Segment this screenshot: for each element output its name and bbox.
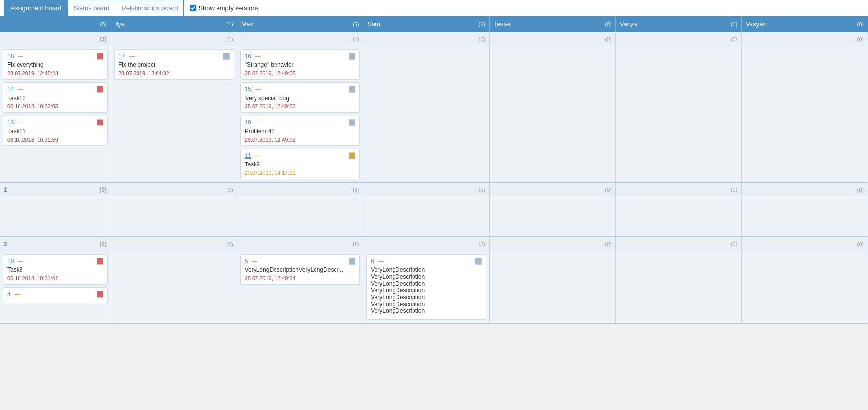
card-dash-icon: —	[16, 53, 23, 60]
card-color-indicator	[97, 291, 103, 298]
card-date: 28.07.2019, 12:49:03	[245, 103, 356, 109]
cards-cell-2-5	[616, 251, 742, 323]
version-cell-header-2-4: (0)	[490, 237, 616, 251]
version-cell-header-none-6: (0)	[742, 32, 868, 46]
col-header-max-count: (5)	[353, 21, 359, 27]
cards-cell-2-0: 10—Task806.10.2018, 10:31:414—	[0, 251, 111, 323]
version-count: (0)	[99, 186, 107, 193]
version-header-row-1: 1(0)(0)(0)(0)(0)(0)(0)	[0, 183, 868, 197]
cards-cell-2-4	[490, 251, 616, 323]
card-id[interactable]: 19	[245, 119, 251, 126]
task-card[interactable]: 14—Task1206.10.2018, 10:32:05	[3, 82, 108, 113]
col-header-sam: Sam (6)	[363, 16, 490, 32]
card-dash-icon: —	[16, 119, 23, 126]
card-dash-icon: —	[13, 291, 20, 298]
card-id[interactable]: 18	[7, 53, 14, 60]
version-cell-header-2-1: (0)	[111, 237, 237, 251]
task-card[interactable]: 5—VeryLongDescriptionVeryLongDescr...28.…	[240, 254, 360, 285]
card-id[interactable]: 13	[7, 119, 14, 126]
version-cell-header-none-3: (0)	[363, 32, 490, 46]
col-header-unassigned: (5)	[0, 16, 111, 32]
tab-assignment[interactable]: Assignment board	[4, 0, 67, 16]
card-id[interactable]: 4	[7, 291, 11, 298]
card-title: "Strange" behavior	[245, 62, 356, 68]
version-cell-count: (6)	[479, 241, 485, 247]
version-cell-count: (4)	[353, 36, 359, 42]
task-card[interactable]: 6—VeryLongDescription VeryLongDescriptio…	[366, 254, 486, 320]
card-id[interactable]: 6	[371, 258, 374, 265]
card-title: Fix everything	[7, 62, 103, 68]
task-card[interactable]: 10—Task806.10.2018, 10:31:41	[3, 254, 108, 285]
version-cell-count: (1)	[353, 241, 359, 247]
version-cell-header-1-6: (0)	[742, 183, 868, 197]
card-date: 28.07.2019, 12:49:24	[245, 275, 356, 281]
version-label[interactable]: 1	[4, 186, 7, 193]
card-dash-icon: —	[253, 152, 261, 159]
card-id[interactable]: 15	[245, 86, 251, 93]
card-top: 17—	[118, 53, 230, 60]
task-card[interactable]: 15—'very special' bug28.07.2019, 12:49:0…	[240, 82, 360, 113]
card-title: Task8	[7, 266, 103, 273]
cards-cell-2-1	[111, 251, 237, 323]
card-top: 19—	[245, 119, 356, 126]
task-card[interactable]: 17—Fix the project28.07.2019, 13:04:32	[114, 49, 234, 80]
version-cell-count: (0)	[479, 36, 485, 42]
tab-relationships[interactable]: Relationships board	[116, 0, 184, 16]
card-id[interactable]: 5	[245, 258, 248, 265]
show-empty-toggle[interactable]: Show empty versions	[190, 4, 259, 12]
card-id[interactable]: 10	[7, 258, 14, 265]
task-card[interactable]: 13—Task1106.10.2018, 10:31:59	[3, 116, 108, 146]
card-top: 10—	[7, 258, 103, 265]
card-color-indicator	[349, 53, 355, 60]
card-dash-icon: —	[253, 86, 261, 93]
card-title: Task12	[7, 95, 103, 102]
card-top: 14—	[7, 86, 103, 93]
version-cell-count: (0)	[857, 241, 864, 247]
card-title: 'very special' bug	[245, 95, 356, 102]
card-title: Task11	[7, 128, 103, 135]
version-cell-header-1-5: (0)	[616, 183, 742, 197]
show-empty-checkbox[interactable]	[190, 5, 196, 11]
task-card[interactable]: 19—Problem 4228.07.2019, 12:49:02	[240, 116, 360, 146]
version-section-1: 1(0)(0)(0)(0)(0)(0)(0)	[0, 183, 868, 237]
version-cell-count: (0)	[605, 36, 611, 42]
cards-cell-1-0	[0, 197, 111, 236]
col-header-unassigned-count: (5)	[100, 21, 107, 27]
card-date: 28.07.2019, 13:04:32	[118, 70, 230, 76]
cards-cell-none-5	[616, 46, 742, 182]
col-header-tester-label: Tester	[493, 20, 511, 28]
col-header-vasyan-count: (0)	[857, 21, 864, 27]
task-card[interactable]: 18—Fix everything28.07.2019, 12:48:23	[3, 49, 108, 80]
cards-cell-1-4	[490, 197, 616, 236]
task-card[interactable]: 16—"Strange" behavior28.07.2019, 12:49:0…	[240, 49, 360, 80]
version-cell-header-1-4: (0)	[490, 183, 616, 197]
card-top: 18—	[7, 53, 103, 60]
version-cell-header-none-4: (0)	[490, 32, 616, 46]
version-cell-count: (0)	[226, 241, 233, 247]
card-color-indicator	[349, 152, 355, 159]
col-header-vasyan-label: Vasyan	[746, 20, 766, 28]
version-cell-header-none-2: (4)	[237, 32, 364, 46]
version-section-2: 2(2)(0)(1)(6)(0)(0)(0)10—Task806.10.2018…	[0, 237, 868, 324]
card-date: 06.10.2018, 10:32:05	[7, 103, 103, 109]
cards-cell-2-2: 5—VeryLongDescriptionVeryLongDescr...28.…	[237, 251, 364, 323]
version-cell-header-2-3: (6)	[363, 237, 490, 251]
version-cell-count: (0)	[479, 187, 485, 193]
card-id[interactable]: 16	[245, 53, 251, 60]
card-id[interactable]: 11	[245, 152, 251, 159]
col-header-sam-label: Sam	[367, 20, 380, 28]
card-id[interactable]: 14	[7, 86, 14, 93]
version-label[interactable]: 2	[4, 241, 7, 247]
card-date: 28.07.2019, 12:48:23	[7, 70, 103, 76]
task-card[interactable]: 4—	[3, 287, 108, 303]
card-date: 20.07.2019, 14:17:01	[245, 170, 356, 176]
task-card[interactable]: 11—Task920.07.2019, 14:17:01	[240, 149, 360, 179]
version-cell-count: (0)	[353, 187, 359, 193]
cards-cell-none-2: 16—"Strange" behavior28.07.2019, 12:49:0…	[237, 46, 364, 182]
version-header-row-none: (3)(1)(4)(0)(0)(0)(0)	[0, 32, 868, 46]
card-id[interactable]: 17	[118, 53, 125, 60]
version-cell-header-1-2: (0)	[237, 183, 364, 197]
tab-status[interactable]: Status board	[67, 0, 116, 16]
show-empty-label: Show empty versions	[198, 4, 259, 12]
version-cell-count: (0)	[857, 36, 864, 42]
